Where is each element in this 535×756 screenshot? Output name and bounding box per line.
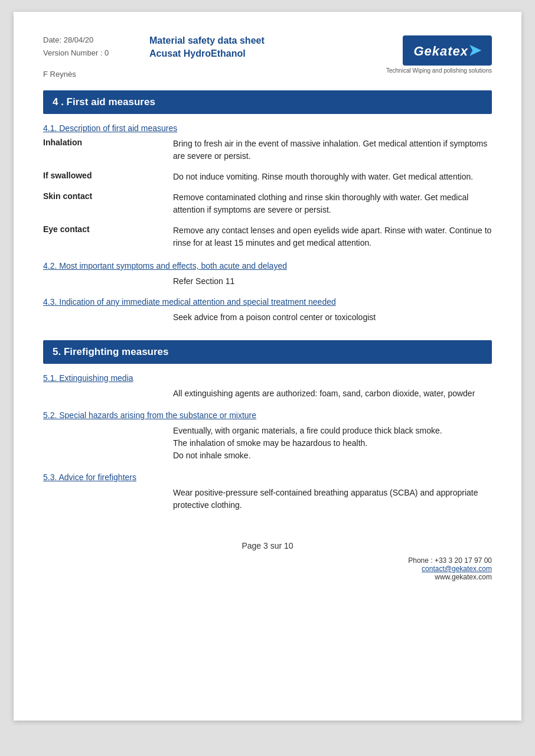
logo-tagline: Technical Wiping and polishing solutions — [386, 67, 492, 74]
subsection-4-1: 4.1. Description of first aid measures I… — [43, 123, 492, 249]
page-number: Page 3 sur 10 — [242, 541, 293, 550]
eye-label: Eye contact — [43, 224, 173, 249]
product-name: Acusat HydroEthanol — [149, 48, 265, 59]
email-link[interactable]: contact@gekatex.com — [422, 565, 492, 573]
subsection-5-2: 5.2. Special hazards arising from the su… — [43, 410, 492, 462]
inhalation-content: Bring to fresh air in the event of massi… — [173, 138, 492, 162]
page-footer: Page 3 sur 10 — [43, 541, 492, 550]
contact-info: Phone : +33 3 20 17 97 00 contact@gekate… — [43, 556, 492, 581]
subsection-4-3: 4.3. Indication of any immediate medical… — [43, 297, 492, 324]
subsection-4-2-content: Refer Section 11 — [173, 275, 492, 288]
subsection-5-1: 5.1. Extinguishing media All extinguishi… — [43, 373, 492, 400]
subsection-5-1-title[interactable]: 5.1. Extinguishing media — [43, 373, 492, 383]
subsection-4-1-title[interactable]: 4.1. Description of first aid measures — [43, 123, 492, 133]
subsection-5-2-title[interactable]: 5.2. Special hazards arising from the su… — [43, 410, 492, 420]
subsection-4-2: 4.2. Most important symptoms and effects… — [43, 261, 492, 288]
first-aid-eye: Eye contact Remove any contact lenses an… — [43, 224, 492, 249]
skin-content: Remove contaminated clothing and rinse s… — [173, 191, 492, 216]
swallowed-content: Do not induce vomiting. Rinse mouth thor… — [173, 171, 492, 183]
company-logo: Gekatex➤ — [403, 35, 492, 66]
section4-header: 4 . First aid measures — [43, 90, 492, 114]
document-title: Material safety data sheet — [149, 35, 265, 46]
section5-header: 5. Firefighting measures — [43, 340, 492, 364]
logo-area: Gekatex➤ Technical Wiping and polishing … — [386, 35, 492, 74]
website: www.gekatex.com — [43, 573, 492, 581]
inhalation-label: Inhalation — [43, 138, 173, 162]
first-aid-swallowed: If swallowed Do not induce vomiting. Rin… — [43, 171, 492, 183]
first-aid-skin: Skin contact Remove contaminated clothin… — [43, 191, 492, 216]
subsection-5-3-content: Wear positive-pressure self-contained br… — [173, 487, 492, 511]
subsection-4-3-title[interactable]: 4.3. Indication of any immediate medical… — [43, 297, 492, 307]
header-left: Date: 28/04/20 Material safety data shee… — [43, 35, 265, 79]
subsection-5-2-content: Eventually, with organic materials, a fi… — [173, 425, 492, 462]
date-label: Date: 28/04/20 — [43, 35, 149, 46]
version-label: Version Number : 0 — [43, 48, 149, 59]
subsection-4-3-content: Seek advice from a poison control center… — [173, 311, 492, 324]
subsection-5-3: 5.3. Advice for firefighters Wear positi… — [43, 472, 492, 511]
logo-icon: ➤ — [468, 41, 481, 59]
subsection-4-2-title[interactable]: 4.2. Most important symptoms and effects… — [43, 261, 492, 271]
header-meta: Date: 28/04/20 Material safety data shee… — [43, 35, 265, 59]
skin-label: Skin contact — [43, 191, 173, 216]
swallowed-label: If swallowed — [43, 171, 173, 183]
author: F Reynès — [43, 70, 265, 79]
page: Date: 28/04/20 Material safety data shee… — [14, 12, 521, 721]
subsection-5-1-content: All extinguishing agents are authorized:… — [173, 387, 492, 400]
logo-text: Gekatex — [413, 44, 468, 58]
page-header: Date: 28/04/20 Material safety data shee… — [43, 35, 492, 79]
phone-number: Phone : +33 3 20 17 97 00 — [43, 556, 492, 565]
subsection-5-3-title[interactable]: 5.3. Advice for firefighters — [43, 472, 492, 482]
eye-content: Remove any contact lenses and open eyeli… — [173, 224, 492, 249]
first-aid-inhalation: Inhalation Bring to fresh air in the eve… — [43, 138, 492, 162]
